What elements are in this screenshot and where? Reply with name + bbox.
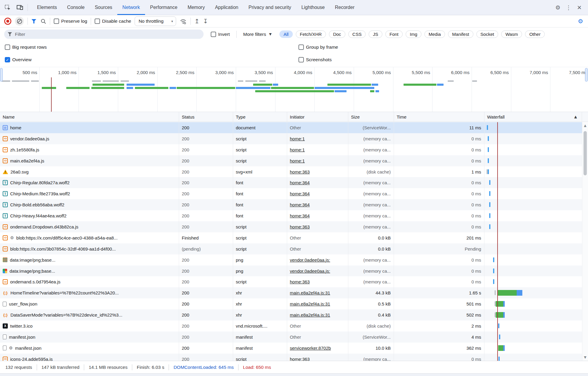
import-har-icon[interactable]: ↥ (194, 18, 199, 24)
filter-chip-css[interactable]: CSS (348, 30, 366, 38)
tab-application[interactable]: Application (210, 0, 243, 15)
filter-chip-socket[interactable]: Socket (476, 30, 498, 38)
table-row[interactable]: !26a0.svg200svg+xmlhome:363(disk cache)1… (0, 166, 588, 177)
close-devtools-icon[interactable]: ✕ (575, 3, 584, 12)
initiator-link[interactable]: home:364 (290, 202, 310, 207)
screenshots-checkbox[interactable] (298, 57, 304, 62)
record-network-log-button[interactable] (4, 18, 11, 25)
filter-input[interactable] (14, 31, 200, 37)
initiator-link[interactable]: main.e8a2ef4a.js:31 (290, 290, 330, 295)
filter-chip-all[interactable]: All (279, 30, 293, 38)
table-row[interactable]: manifest.json200manifestOther(ServiceWor… (0, 332, 588, 343)
scroll-down-icon[interactable]: ▼ (582, 355, 588, 359)
filter-chip-other[interactable]: Other (525, 30, 545, 38)
request-name: Chirp-Heavy.f44ae4ea.woff2 (10, 213, 67, 218)
initiator-link[interactable]: home:364 (290, 213, 310, 218)
overview-checkbox[interactable]: ✓ (5, 57, 10, 62)
initiator-link[interactable]: home:363 (290, 279, 310, 284)
column-header-time[interactable]: Time (394, 112, 484, 122)
table-row[interactable]: user_flow.json200xhrmain.e8a2ef4a.js:310… (0, 298, 588, 309)
initiator-link[interactable]: main.e8a2ef4a.js:31 (290, 301, 330, 306)
table-row[interactable]: TChirp-Medium.f8e2739a.woff2200fonthome:… (0, 188, 588, 199)
initiator-link[interactable]: home:363 (290, 224, 310, 229)
initiator-link[interactable]: home:363 (290, 357, 310, 361)
network-conditions-icon[interactable] (180, 18, 187, 24)
settings-gear-icon[interactable]: ⚙ (553, 3, 562, 12)
invert-checkbox[interactable] (211, 32, 216, 37)
inspect-element-icon[interactable] (2, 2, 13, 13)
more-menu-icon[interactable]: ⋮ (564, 3, 573, 12)
table-row[interactable]: TChirp-Regular.80fda27a.woff2200fonthome… (0, 177, 588, 188)
table-row[interactable]: TChirp-Heavy.f44ae4ea.woff2200fonthome:3… (0, 210, 588, 221)
network-settings-gear-icon[interactable]: ⚙ (578, 18, 583, 25)
vertical-scrollbar[interactable]: ▲ ▼ (582, 122, 588, 361)
column-header-size[interactable]: Size (348, 112, 394, 122)
initiator-link[interactable]: home:1 (290, 158, 305, 163)
column-header-type[interactable]: Type (233, 112, 287, 122)
scroll-up-icon[interactable]: ▲ (582, 124, 588, 128)
table-row[interactable]: <>⚙blob:https://x.com/d8f5c4ce-aec0-4388… (0, 232, 588, 243)
table-row[interactable]: <>zh.1e5580fa.js200scripthome:1(memory c… (0, 144, 588, 155)
column-header-initiator[interactable]: Initiator (287, 112, 348, 122)
initiator-link[interactable]: home:1 (290, 136, 305, 141)
overview-right-handle[interactable] (585, 68, 588, 82)
export-har-icon[interactable]: ↧ (203, 18, 208, 24)
table-row[interactable]: <>main.e8a2ef4a.js200scripthome:1(memory… (0, 155, 588, 166)
tab-recorder[interactable]: Recorder (330, 0, 360, 15)
table-row[interactable]: {;}HomeTimeline?variables=%7B%22count%22… (0, 287, 588, 298)
initiator-link[interactable]: home:363 (290, 169, 310, 174)
filter-chip-js[interactable]: JS (369, 30, 382, 38)
table-row[interactable]: ⚙manifest.json200manifestserviceworker.8… (0, 343, 588, 354)
filter-chip-wasm[interactable]: Wasm (501, 30, 522, 38)
preserve-log-checkbox[interactable] (54, 19, 59, 24)
filter-chip-fetchxhr[interactable]: Fetch/XHR (296, 30, 326, 38)
big-request-rows-checkbox[interactable] (5, 44, 10, 50)
throttling-select[interactable]: No throttling ▾ (135, 16, 176, 26)
search-icon[interactable] (41, 19, 46, 24)
more-filters-button[interactable]: More filters ▼ (243, 32, 272, 37)
tab-console[interactable]: Console (62, 0, 90, 15)
table-row[interactable]: {;}DataSaverMode?variables=%7B%22device_… (0, 309, 588, 320)
table-row[interactable]: ≡home200documentOther(ServiceWor...11 ms (0, 122, 588, 133)
tab-memory[interactable]: Memory (182, 0, 210, 15)
initiator-link[interactable]: home:364 (290, 191, 310, 196)
tab-elements[interactable]: Elements (32, 0, 62, 15)
column-header-name[interactable]: Name (0, 112, 179, 122)
initiator-link[interactable]: home:364 (290, 180, 310, 185)
scrollbar-thumb[interactable] (584, 131, 587, 175)
table-row[interactable]: data:image/png;base...200pngvendor.0adee… (0, 254, 588, 265)
table-row[interactable]: <>icons-24.adde595a.js200scripthome:363(… (0, 354, 588, 361)
tab-privacy-and-security[interactable]: Privacy and security (243, 0, 296, 15)
initiator-link[interactable]: vendor.0adee0aa.js: (290, 268, 330, 274)
column-header-waterfall[interactable]: Waterfall▲ (484, 112, 582, 122)
table-row[interactable]: <>vendor.0adee0aa.js200scripthome:1(memo… (0, 133, 588, 144)
initiator-link[interactable]: home:1 (290, 147, 305, 152)
initiator-link[interactable]: vendor.0adee0aa.js: (290, 257, 330, 263)
filter-chip-media[interactable]: Media (424, 30, 445, 38)
filter-chip-manifest[interactable]: Manifest (448, 30, 473, 38)
tab-performance[interactable]: Performance (145, 0, 183, 15)
table-row[interactable]: TChirp-Bold.ebb56aba.woff2200fonthome:36… (0, 199, 588, 210)
tab-lighthouse[interactable]: Lighthouse (296, 0, 330, 15)
status-bar-item: 132 requests (5, 365, 32, 370)
filter-chip-font[interactable]: Font (385, 30, 403, 38)
filter-chip-doc[interactable]: Doc (329, 30, 345, 38)
initiator-link[interactable]: main.e8a2ef4a.js:31 (290, 312, 330, 317)
clear-network-log-button[interactable] (15, 17, 24, 26)
table-row[interactable]: data:image/png;base...200pngvendor.0adee… (0, 265, 588, 277)
overview-left-handle[interactable] (0, 68, 3, 82)
initiator-link[interactable]: serviceworker.8702b (290, 346, 331, 351)
table-row[interactable]: <>ondemand.s.0d7954ea.js200scripthome:36… (0, 276, 588, 287)
device-toolbar-icon[interactable] (15, 2, 25, 13)
table-row[interactable]: <>blob:https://x.com/3b07854c-32df-4069-… (0, 243, 588, 254)
group-by-frame-checkbox[interactable] (298, 44, 304, 50)
table-row[interactable]: <>ondemand.Dropdown.d43b82ca.js200script… (0, 221, 588, 232)
filter-toggle-icon[interactable] (31, 19, 36, 24)
tab-network[interactable]: Network (117, 0, 145, 15)
disable-cache-checkbox[interactable] (95, 19, 100, 24)
tab-sources[interactable]: Sources (90, 0, 117, 15)
table-row[interactable]: Xtwitter.3.ico200vnd.microsoft....Other(… (0, 320, 588, 332)
network-overview-timeline[interactable]: 500 ms1,000 ms1,500 ms2,000 ms2,500 ms3,… (0, 67, 588, 112)
column-header-status[interactable]: Status (179, 112, 233, 122)
filter-chip-img[interactable]: Img (406, 30, 421, 38)
